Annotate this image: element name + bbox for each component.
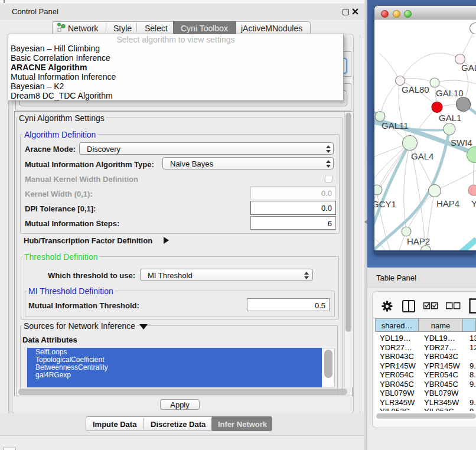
svg-text:GAL80: GAL80 [402, 84, 429, 94]
svg-text:GAL4: GAL4 [411, 151, 433, 161]
svg-text:SWI4: SWI4 [451, 138, 472, 148]
svg-text:GCY1: GCY1 [374, 199, 396, 209]
svg-text:Y: Y [471, 198, 476, 208]
svg-text:GAL1: GAL1 [439, 113, 461, 123]
svg-text:HAP2: HAP2 [407, 236, 430, 246]
svg-text:HAP4: HAP4 [436, 198, 459, 208]
svg-text:GAL11: GAL11 [382, 120, 409, 131]
svg-text:GAL2: GAL2 [461, 63, 476, 73]
svg-text:GAL10: GAL10 [436, 88, 464, 98]
